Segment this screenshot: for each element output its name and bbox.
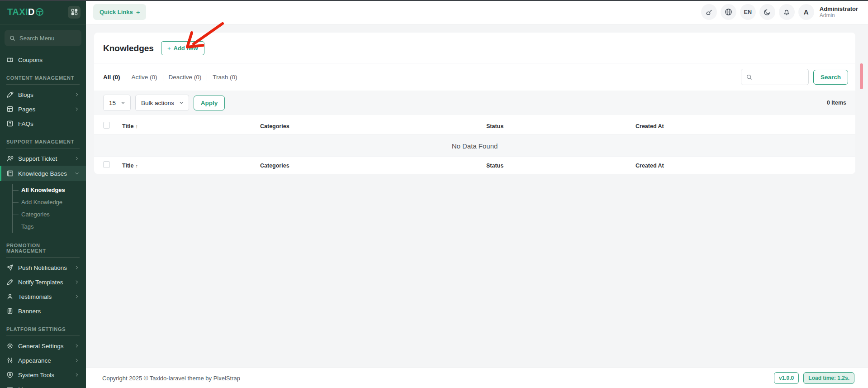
sidebar-item-appearance[interactable]: Appearance [0, 353, 86, 368]
notifications-button[interactable] [779, 4, 795, 20]
per-page-value: 15 [109, 100, 116, 106]
sort-asc-icon: ↑ [135, 163, 138, 168]
select-all-checkbox[interactable] [103, 122, 110, 129]
tab-deactive-0[interactable]: Deactive (0) [169, 74, 202, 81]
table-footer-row: Title↑CategoriesStatusCreated At [94, 157, 855, 174]
knowledges-card: Knowledges + Add new All (0)Active (0)De… [94, 33, 855, 174]
divider [6, 257, 80, 258]
divider [126, 74, 126, 81]
sidebar-item-system-tools[interactable]: System Tools [0, 368, 86, 382]
brand-text-white: D [28, 7, 35, 17]
section-header-content-management: CONTENT MANAGEMENT [0, 69, 86, 84]
submenu-item-all-knowledges[interactable]: All Knowledges [13, 184, 86, 196]
column-header-status[interactable]: Status [486, 123, 636, 129]
tab-active-0[interactable]: Active (0) [132, 74, 157, 81]
tab-trash-0[interactable]: Trash (0) [213, 74, 237, 81]
submenu-item-add-knowledge[interactable]: Add Knowledge [13, 196, 86, 208]
column-header-categories[interactable]: Categories [260, 123, 486, 129]
search-icon [9, 35, 16, 42]
sidebar-item-menus[interactable]: Menus [0, 382, 86, 388]
sliders-icon [6, 357, 14, 364]
column-header-created-at[interactable]: Created At [636, 163, 846, 169]
submenu-item-categories[interactable]: Categories [13, 208, 86, 220]
app-launcher-button[interactable] [68, 6, 81, 19]
column-header-title[interactable]: Title↑ [122, 123, 260, 129]
language-button[interactable]: EN [740, 4, 756, 20]
sidebar-item-label: Appearance [18, 357, 70, 364]
sidebar-item-label: Pages [18, 106, 70, 113]
sidebar-section: CONTENT MANAGEMENTBlogsPagesFAQs [0, 69, 86, 131]
broom-button[interactable] [701, 4, 717, 20]
quick-links-label: Quick Links [100, 9, 133, 15]
add-new-label: Add new [174, 45, 198, 52]
sidebar-item-push-notifications[interactable]: Push Notifications [0, 260, 86, 275]
user-menu[interactable]: Administrator Admin [820, 5, 858, 19]
topbar: Quick Links + EN [86, 0, 868, 24]
globe-icon [725, 8, 732, 16]
sidebar-item-banners[interactable]: Banners [0, 304, 86, 318]
sidebar-item-label: General Settings [18, 343, 70, 350]
submenu-item-tags[interactable]: Tags [13, 220, 86, 233]
sidebar-item-label: Notify Templates [18, 279, 70, 286]
search-button[interactable]: Search [813, 70, 848, 85]
copyright-text: Copyright 2025 © Taxido-laravel theme by… [102, 375, 240, 382]
column-header-status[interactable]: Status [486, 163, 636, 169]
menu-lines-icon [6, 386, 14, 388]
sort-asc-icon: ↑ [135, 124, 138, 129]
brand-logo[interactable]: TAXID [7, 7, 44, 17]
sidebar-section: PROMOTION MANAGEMENTPush NotificationsNo… [0, 236, 86, 318]
select-all-checkbox-footer[interactable] [103, 161, 110, 168]
sidebar-item-general-settings[interactable]: General Settings [0, 339, 86, 353]
bulk-actions-select[interactable]: Bulk actions [135, 95, 189, 111]
sidebar-item-label: Menus [18, 386, 80, 388]
user-avatar[interactable]: A [798, 4, 814, 20]
sidebar-item-blogs[interactable]: Blogs [0, 87, 86, 102]
add-new-button[interactable]: + Add new [161, 41, 204, 55]
question-square-icon [6, 120, 14, 127]
submenu-knowledge-bases: All KnowledgesAdd KnowledgeCategoriesTag… [12, 184, 86, 233]
footer-badges: v1.0.0 Load time: 1.2s. [774, 372, 854, 384]
window-top-edge [0, 0, 868, 1]
sidebar-search[interactable] [5, 30, 81, 46]
shield-icon [6, 371, 14, 378]
sidebar-item-pages[interactable]: Pages [0, 102, 86, 116]
column-header-categories[interactable]: Categories [260, 163, 486, 169]
data-table: Title↑CategoriesStatusCreated At No Data… [94, 118, 855, 174]
tab-all-0[interactable]: All (0) [103, 74, 120, 81]
sidebar-search-input[interactable] [19, 35, 99, 42]
plus-icon: + [136, 8, 140, 16]
sidebar-item-label: Testimonials [18, 293, 70, 300]
sidebar-item-label: Banners [18, 308, 80, 315]
sidebar: TAXID [0, 0, 86, 388]
sidebar-item-testimonials[interactable]: Testimonials [0, 289, 86, 304]
user-icon [6, 293, 14, 300]
chevron-right-icon [74, 265, 80, 270]
sidebar-item-faqs[interactable]: FAQs [0, 116, 86, 131]
per-page-select[interactable]: 15 [103, 95, 131, 111]
table-search-input[interactable] [756, 74, 804, 81]
column-header-created-at[interactable]: Created At [636, 123, 846, 129]
globe-button[interactable] [721, 4, 736, 20]
sidebar-item-notify-templates[interactable]: Notify Templates [0, 275, 86, 289]
sidebar-item-support-ticket[interactable]: Support Ticket [0, 151, 86, 166]
sidebar-item-knowledge-bases[interactable]: Knowledge Bases [0, 166, 86, 181]
chevron-down-icon [179, 100, 184, 105]
scrollbar-thumb[interactable] [860, 63, 863, 89]
plus-icon: + [167, 45, 171, 52]
sidebar-item-coupons[interactable]: Coupons [0, 53, 86, 67]
apply-button[interactable]: Apply [194, 96, 225, 110]
divider [6, 84, 80, 85]
chevron-right-icon [74, 343, 80, 349]
sidebar-item-label: Blogs [18, 91, 70, 98]
chevron-right-icon [74, 372, 80, 378]
bulk-actions-bar: 15 Bulk actions Apply 0 Items [94, 91, 855, 115]
column-header-title[interactable]: Title↑ [122, 163, 260, 169]
content-area: Knowledges + Add new All (0)Active (0)De… [86, 24, 868, 368]
dark-mode-button[interactable] [759, 4, 775, 20]
bulk-actions-value: Bulk actions [141, 100, 174, 106]
bell-icon [783, 9, 790, 16]
book-icon [6, 170, 14, 177]
grid-icon [71, 9, 78, 15]
sidebar-item-label: Support Ticket [18, 155, 70, 162]
quick-links-button[interactable]: Quick Links + [93, 4, 146, 20]
